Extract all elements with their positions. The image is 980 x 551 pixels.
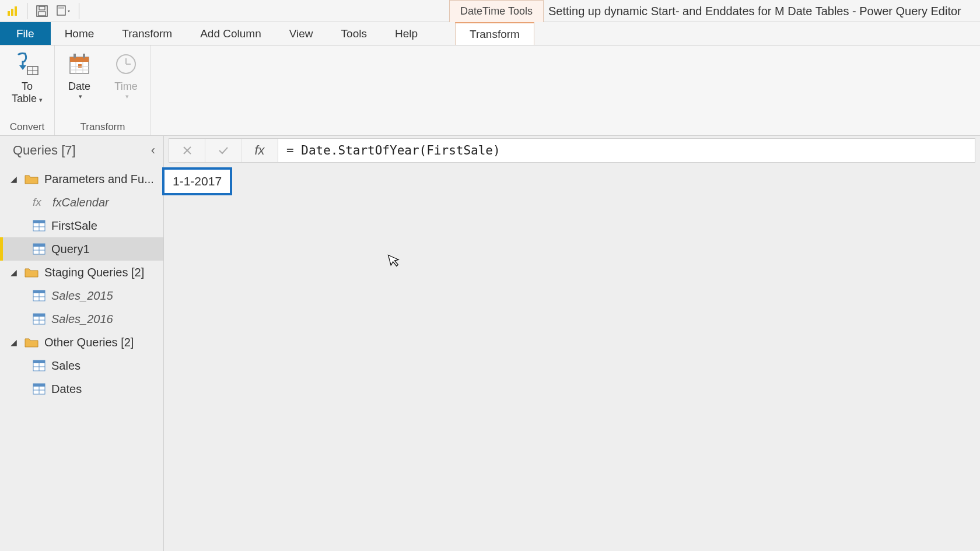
folder-staging[interactable]: ◢ Staging Queries [2] xyxy=(0,261,163,284)
query-label: FirstSale xyxy=(51,219,97,233)
svg-rect-13 xyxy=(74,54,76,58)
table-icon xyxy=(33,290,46,301)
query-label: fxCalendar xyxy=(52,196,109,209)
fx-icon: fx xyxy=(33,196,47,209)
query-label: Sales_2015 xyxy=(51,289,113,303)
app-icon xyxy=(2,1,22,21)
cancel-formula-button[interactable] xyxy=(169,139,205,162)
svg-rect-24 xyxy=(33,220,45,223)
table-icon xyxy=(33,220,46,231)
svg-rect-0 xyxy=(8,11,10,16)
title-bar: DateTime Tools Setting up dynamic Start-… xyxy=(0,0,980,22)
ribbon-body: To Table▾ Convert Date ▾ xyxy=(0,45,980,136)
contextual-tab-group-header: DateTime Tools xyxy=(449,0,544,22)
save-button[interactable] xyxy=(32,1,52,21)
svg-rect-40 xyxy=(33,360,45,363)
formula-buttons: fx xyxy=(169,138,278,163)
tab-transform[interactable]: Transform xyxy=(108,22,186,45)
main-area: Queries [7] ‹ ◢ Parameters and Fu... fx … xyxy=(0,136,980,551)
contextual-group-label: DateTime Tools xyxy=(460,5,533,17)
tab-add-column[interactable]: Add Column xyxy=(186,22,275,45)
folder-label: Other Queries [2] xyxy=(44,336,134,349)
query-item-query1[interactable]: Query1 xyxy=(0,237,163,261)
formula-bar: fx = Date.StartOfYear(FirstSale) xyxy=(164,136,980,165)
tab-contextual-transform[interactable]: Transform xyxy=(455,22,534,45)
fx-icon: fx xyxy=(254,143,264,158)
folder-label: Staging Queries [2] xyxy=(44,266,144,279)
to-table-label-1: To xyxy=(22,80,33,93)
table-icon xyxy=(33,243,46,255)
svg-rect-44 xyxy=(33,384,45,387)
chevron-down-icon[interactable]: ◢ xyxy=(10,338,19,347)
window-title: Setting up dynamic Start- and Enddates f… xyxy=(548,5,961,18)
svg-rect-12 xyxy=(70,57,89,62)
tab-file[interactable]: File xyxy=(0,22,51,45)
svg-rect-1 xyxy=(11,9,13,16)
svg-rect-2 xyxy=(15,6,17,16)
tab-view[interactable]: View xyxy=(275,22,327,45)
query-item-sales[interactable]: Sales xyxy=(0,354,163,377)
query-label: Sales xyxy=(51,359,80,373)
tab-home[interactable]: Home xyxy=(51,22,108,45)
svg-rect-4 xyxy=(39,6,45,10)
ribbon-group-label-transform: Transform xyxy=(80,121,125,133)
svg-rect-14 xyxy=(83,54,85,58)
to-table-label-2: Table▾ xyxy=(12,93,43,105)
svg-rect-5 xyxy=(38,12,46,16)
close-icon xyxy=(182,145,192,156)
check-icon xyxy=(218,145,229,156)
to-table-icon xyxy=(15,51,40,77)
folder-other[interactable]: ◢ Other Queries [2] xyxy=(0,331,163,354)
formula-input[interactable]: = Date.StartOfYear(FirstSale) xyxy=(278,138,975,163)
separator xyxy=(27,3,27,19)
folder-icon xyxy=(24,266,38,278)
separator xyxy=(79,3,79,19)
tab-help[interactable]: Help xyxy=(381,22,432,45)
ribbon-group-convert: To Table▾ Convert xyxy=(0,45,55,135)
queries-pane: Queries [7] ‹ ◢ Parameters and Fu... fx … xyxy=(0,136,164,551)
commit-formula-button[interactable] xyxy=(205,139,242,162)
svg-rect-7 xyxy=(58,7,64,9)
query-label: Query1 xyxy=(51,243,90,256)
cursor-icon xyxy=(387,251,403,273)
svg-rect-32 xyxy=(33,290,45,293)
svg-rect-15 xyxy=(78,64,82,68)
query-tree: ◢ Parameters and Fu... fx fxCalendar Fir… xyxy=(0,165,163,403)
content-area: fx = Date.StartOfYear(FirstSale) 1-1-201… xyxy=(164,136,980,551)
chevron-down-icon[interactable]: ◢ xyxy=(10,174,19,184)
result-value-cell[interactable]: 1-1-2017 xyxy=(162,167,232,195)
ribbon-tabs: File Home Transform Add Column View Tool… xyxy=(0,22,980,45)
folder-label: Parameters and Fu... xyxy=(44,173,154,186)
time-button[interactable]: Time ▾ xyxy=(108,49,144,103)
tab-tools[interactable]: Tools xyxy=(327,22,381,45)
svg-rect-36 xyxy=(33,314,45,317)
calendar-icon xyxy=(66,51,92,77)
folder-icon xyxy=(24,173,38,185)
chevron-down-icon[interactable]: ◢ xyxy=(10,268,19,277)
query-item-firstsale[interactable]: FirstSale xyxy=(0,214,163,237)
query-label: Sales_2016 xyxy=(51,313,113,326)
to-table-button[interactable]: To Table▾ xyxy=(7,49,47,107)
quick-access-toolbar xyxy=(0,1,82,21)
undo-dropdown-button[interactable] xyxy=(54,1,74,21)
ribbon-group-label-convert: Convert xyxy=(10,121,45,133)
query-item-sales2015[interactable]: Sales_2015 xyxy=(0,284,163,307)
fx-button[interactable]: fx xyxy=(242,139,278,162)
queries-header-label: Queries [7] xyxy=(13,143,76,158)
date-button[interactable]: Date ▾ xyxy=(62,49,97,103)
collapse-pane-icon[interactable]: ‹ xyxy=(151,143,155,158)
query-item-sales2016[interactable]: Sales_2016 xyxy=(0,307,163,331)
query-item-fxcalendar[interactable]: fx fxCalendar xyxy=(0,191,163,214)
query-item-dates[interactable]: Dates xyxy=(0,377,163,401)
table-icon xyxy=(33,383,46,395)
table-icon xyxy=(33,313,46,325)
folder-parameters[interactable]: ◢ Parameters and Fu... xyxy=(0,167,163,191)
chevron-down-icon: ▾ xyxy=(125,93,129,100)
clock-icon xyxy=(113,51,139,77)
date-label: Date xyxy=(68,80,90,93)
queries-pane-header: Queries [7] ‹ xyxy=(0,136,163,165)
svg-rect-28 xyxy=(33,244,45,247)
table-icon xyxy=(33,360,46,371)
folder-icon xyxy=(24,336,38,348)
time-label: Time xyxy=(114,80,137,93)
